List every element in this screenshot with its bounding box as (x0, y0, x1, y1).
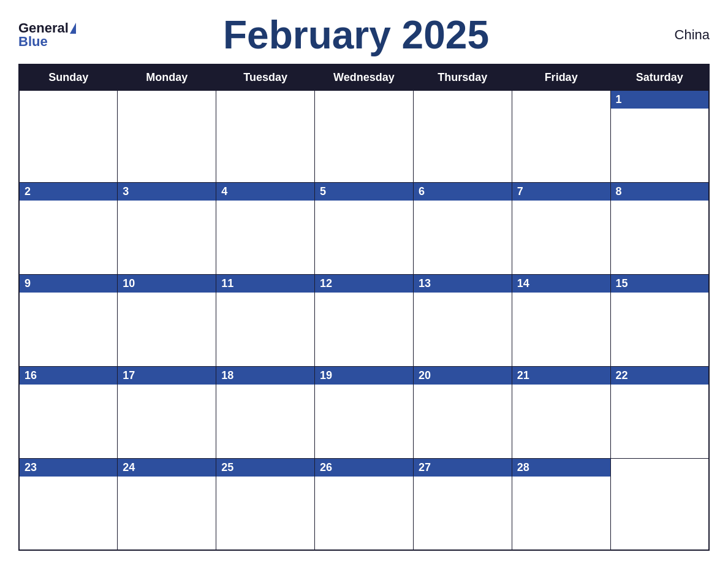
table-row: 10 (118, 274, 216, 366)
day-number: 1 (611, 91, 708, 109)
table-row: 17 (118, 366, 216, 458)
day-number: 26 (315, 459, 413, 477)
table-row: 9 (19, 274, 118, 366)
col-sunday: Sunday (19, 64, 118, 91)
col-saturday: Saturday (610, 64, 709, 91)
day-number: 5 (315, 183, 413, 201)
day-number: 17 (118, 367, 216, 385)
table-row: 2 (19, 182, 118, 274)
day-number: 11 (216, 275, 314, 293)
table-row: 25 (216, 458, 315, 550)
table-row: 6 (413, 182, 512, 274)
table-row: 11 (216, 274, 315, 366)
table-row (216, 91, 315, 183)
table-row: 19 (315, 366, 414, 458)
calendar-week-row: 2345678 (19, 182, 709, 274)
table-row (19, 91, 118, 183)
day-number: 14 (512, 275, 610, 293)
day-number: 23 (20, 459, 117, 477)
day-number: 7 (512, 183, 610, 201)
table-row: 7 (512, 182, 610, 274)
table-row: 13 (413, 274, 512, 366)
table-row: 20 (413, 366, 512, 458)
day-number: 22 (611, 367, 708, 385)
table-row (512, 91, 610, 183)
calendar-week-row: 1 (19, 91, 709, 183)
table-row: 8 (610, 182, 709, 274)
day-number: 24 (118, 459, 216, 477)
day-number: 20 (414, 367, 512, 385)
page-title: February 2025 (76, 12, 636, 58)
calendar-week-row: 9101112131415 (19, 274, 709, 366)
calendar-header-row: Sunday Monday Tuesday Wednesday Thursday… (19, 64, 709, 91)
logo-triangle-icon (70, 23, 76, 34)
table-row (118, 91, 216, 183)
logo-general-text: General (18, 21, 69, 35)
day-number: 15 (611, 275, 708, 293)
col-friday: Friday (512, 64, 610, 91)
day-number: 8 (611, 183, 708, 201)
table-row: 4 (216, 182, 315, 274)
table-row (610, 458, 709, 550)
day-number: 3 (118, 183, 216, 201)
page-header: General Blue February 2025 China (18, 12, 710, 58)
day-number: 12 (315, 275, 413, 293)
calendar-week-row: 232425262728 (19, 458, 709, 550)
table-row: 26 (315, 458, 414, 550)
table-row: 22 (610, 366, 709, 458)
table-row: 18 (216, 366, 315, 458)
col-monday: Monday (118, 64, 216, 91)
table-row: 27 (413, 458, 512, 550)
table-row: 14 (512, 274, 610, 366)
logo-blue-text: Blue (18, 35, 48, 48)
country-label: China (636, 27, 710, 43)
day-number: 21 (512, 367, 610, 385)
table-row: 21 (512, 366, 610, 458)
table-row: 16 (19, 366, 118, 458)
day-number: 9 (20, 275, 117, 293)
day-number: 19 (315, 367, 413, 385)
table-row: 1 (610, 91, 709, 183)
day-number: 6 (414, 183, 512, 201)
day-number: 18 (216, 367, 314, 385)
col-thursday: Thursday (413, 64, 512, 91)
table-row: 24 (118, 458, 216, 550)
table-row (315, 91, 414, 183)
table-row: 15 (610, 274, 709, 366)
col-tuesday: Tuesday (216, 64, 315, 91)
table-row: 3 (118, 182, 216, 274)
calendar-week-row: 16171819202122 (19, 366, 709, 458)
logo: General Blue (18, 21, 76, 48)
calendar-table: Sunday Monday Tuesday Wednesday Thursday… (18, 64, 710, 551)
table-row (413, 91, 512, 183)
day-number: 10 (118, 275, 216, 293)
table-row: 12 (315, 274, 414, 366)
day-number: 16 (20, 367, 117, 385)
table-row: 5 (315, 182, 414, 274)
day-number: 13 (414, 275, 512, 293)
day-number: 2 (20, 183, 117, 201)
day-number: 28 (512, 459, 610, 477)
table-row: 28 (512, 458, 610, 550)
day-number: 25 (216, 459, 314, 477)
day-number: 27 (414, 459, 512, 477)
col-wednesday: Wednesday (315, 64, 414, 91)
day-number: 4 (216, 183, 314, 201)
table-row: 23 (19, 458, 118, 550)
